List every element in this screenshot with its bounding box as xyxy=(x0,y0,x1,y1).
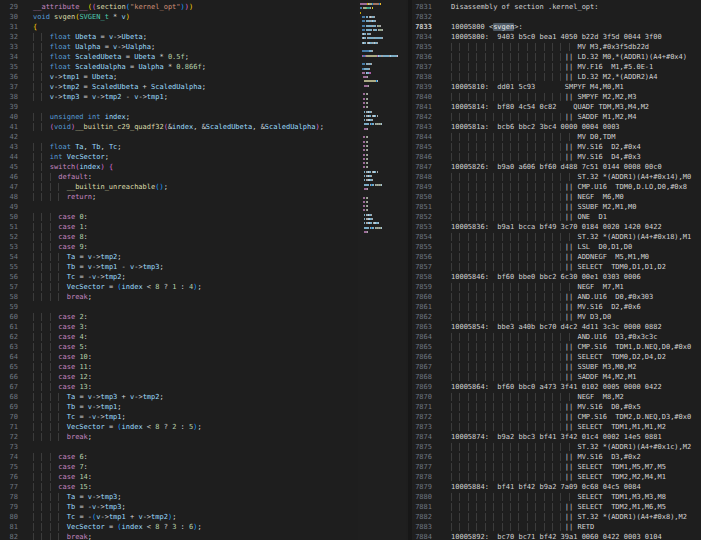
code-line[interactable]: 45 switch(index) { xyxy=(0,162,358,172)
code-line[interactable]: 46 default: xyxy=(0,172,358,182)
code-line[interactable]: 7882 || ST.32 *(ADDR1)(A4+#0x8),M2 xyxy=(412,512,701,522)
code-line[interactable]: 7854 ST.32 *(ADDR1)(A4+#0x18),M1 xyxy=(412,232,701,242)
code-line[interactable]: 65 case 11: xyxy=(0,362,358,372)
code-line[interactable]: 67 case 13: xyxy=(0,382,358,392)
code-line[interactable]: 30void svgen(SVGEN_t * v) xyxy=(0,12,358,22)
code-line[interactable]: 7876 || MV.S16 D3,#0x2 xyxy=(412,452,701,462)
code-line[interactable]: 77 case 15: xyxy=(0,482,358,492)
code-line[interactable]: 64 case 10: xyxy=(0,352,358,362)
code-line[interactable]: 7844 MV D0,TDM xyxy=(412,132,701,142)
code-line[interactable]: 7883 || RETD xyxy=(412,522,701,532)
code-line[interactable]: 7868 || SADDF M4,M2,M1 xyxy=(412,372,701,382)
code-line[interactable]: 7857 || SELECT TDM0,D1,D1,D2 xyxy=(412,262,701,272)
code-line[interactable]: 78431000581a: bcb6 bbc2 3bc4 0000 0004 0… xyxy=(412,122,701,132)
code-line[interactable]: 7840 || SMPYF M2,M2,M3 xyxy=(412,92,701,102)
code-line[interactable]: 786310005854: bbe3 a40b bc70 d4c2 4d11 3… xyxy=(412,322,701,332)
code-line[interactable]: 56 Tc = -v->tmp2; xyxy=(0,272,358,282)
code-line[interactable]: 69 Tb = v->tmp1; xyxy=(0,402,358,412)
source-code-view[interactable]: 29__attribute__((section("kernel_opt")))… xyxy=(0,0,358,540)
code-line[interactable]: 785310005836: b9a1 bcca bf49 3c70 0184 0… xyxy=(412,222,701,232)
code-line[interactable]: 50 case 0: xyxy=(0,212,358,222)
code-line[interactable]: 7873 || SELECT TDM1,M1,M1,M2 xyxy=(412,422,701,432)
code-line[interactable]: 49 xyxy=(0,202,358,212)
code-line[interactable]: 72 break; xyxy=(0,432,358,442)
code-line[interactable]: 39 xyxy=(0,102,358,112)
code-line[interactable]: 7851 || SSUBF M2,M1,M0 xyxy=(412,202,701,212)
disassembly-view[interactable]: 7831Disassembly of section .kernel_opt:7… xyxy=(412,0,701,540)
code-line[interactable]: 33 float Ualpha = v->Ualpha; xyxy=(0,42,358,52)
code-line[interactable]: 783410005800: 9403 b5c0 bea1 4050 b22d 3… xyxy=(412,32,701,42)
highlighted-word[interactable]: svgen xyxy=(493,23,514,31)
code-line[interactable]: 29__attribute__((section("kernel_opt"))) xyxy=(0,2,358,12)
code-line[interactable]: 7864 AND.U16 D3,#0x3c3c xyxy=(412,332,701,342)
code-line[interactable]: 81 VecSector = (index < 8 ? 3 : 6); xyxy=(0,522,358,532)
code-line[interactable]: 76 case 14: xyxy=(0,472,358,482)
code-line[interactable]: 7832 xyxy=(412,12,701,22)
code-line[interactable]: 55 Tb = v->tmp1 - v->tmp3; xyxy=(0,262,358,272)
code-line[interactable]: 7848 ST.32 *(ADDR1)(A4+#0x14),M0 xyxy=(412,172,701,182)
code-line[interactable]: 7837 || MV.F16 M1,#5.0E-1 xyxy=(412,62,701,72)
code-line[interactable]: 7871 || MV.S16 D0,#0x5 xyxy=(412,402,701,412)
code-line[interactable]: 36 v->tmp1 = Ubeta; xyxy=(0,72,358,82)
code-line[interactable]: 37 v->tmp2 = ScaledUbeta + ScaledUalpha; xyxy=(0,82,358,92)
code-line[interactable]: 7835 MV M3,#0x3f5db22d xyxy=(412,42,701,52)
code-line[interactable]: 7842 || SADDF M1,M2,M4 xyxy=(412,112,701,122)
code-line[interactable]: 7860 || AND.U16 D0,#0x303 xyxy=(412,292,701,302)
code-line[interactable]: 7855 || LSL D0,D1,D0 xyxy=(412,242,701,252)
code-line[interactable]: 783910005810: dd01 5c93 SMPYF M4,M0,M1 xyxy=(412,82,701,92)
code-line[interactable]: 7870 NEGF M8,M2 xyxy=(412,392,701,402)
code-line[interactable]: 51 case 1: xyxy=(0,222,358,232)
code-line[interactable]: 70 Tc = -v->tmp1; xyxy=(0,412,358,422)
code-line[interactable]: 42 xyxy=(0,132,358,142)
code-line[interactable]: 783310005800 <svgen>: xyxy=(412,22,701,32)
code-line[interactable]: 61 case 3: xyxy=(0,322,358,332)
code-line[interactable]: 784110005814: bf80 4c54 0c82 QUADF TDM,M… xyxy=(412,102,701,112)
code-line[interactable]: 40 unsigned int index; xyxy=(0,112,358,122)
code-line[interactable]: 80 Tc = -(v->tmp1 + v->tmp2); xyxy=(0,512,358,522)
code-line[interactable]: 7836 || LD.32 M0,*(ADDR1)(A4+#0x4) xyxy=(412,52,701,62)
code-line[interactable]: 784710005826: b9a0 a606 bf60 d488 7c51 0… xyxy=(412,162,701,172)
code-line[interactable]: 60 case 2: xyxy=(0,312,358,322)
code-line[interactable]: 787910005884: bf41 bf42 b9a2 7a09 0c68 0… xyxy=(412,482,701,492)
code-line[interactable]: 785810005846: bf60 bbe0 bbc2 6c30 00e1 0… xyxy=(412,272,701,282)
code-line[interactable]: 57 VecSector = (index < 8 ? 1 : 4); xyxy=(0,282,358,292)
code-line[interactable]: 7872 || CMP.S16 TDM2,D.NEQ,D3,#0x0 xyxy=(412,412,701,422)
code-line[interactable]: 7867 || SSUBF M3,M0,M2 xyxy=(412,362,701,372)
code-line[interactable]: 7881 || SELECT TDM2,M1,M6,M5 xyxy=(412,502,701,512)
code-line[interactable]: 7878 || SELECT TDM2,M2,M4,M1 xyxy=(412,472,701,482)
code-line[interactable]: 73 xyxy=(0,442,358,452)
code-line[interactable]: 53 case 9: xyxy=(0,242,358,252)
code-line[interactable]: 7859 NEGF M7,M1 xyxy=(412,282,701,292)
code-line[interactable]: 32 float Ubeta = v->Ubeta; xyxy=(0,32,358,42)
code-line[interactable]: 788410005892: bc70 bc71 bf42 39a1 0060 0… xyxy=(412,532,701,540)
code-line[interactable]: 66 case 12: xyxy=(0,372,358,382)
code-line[interactable]: 71 VecSector = (index < 8 ? 2 : 5); xyxy=(0,422,358,432)
code-line[interactable]: 7866 || SELECT TDM0,D2,D4,D2 xyxy=(412,352,701,362)
code-line[interactable]: 35 float ScaledUalpha = Ualpha * 0.866f; xyxy=(0,62,358,72)
code-line[interactable]: 787410005874: b9a2 bbc3 bf41 3f42 01c4 0… xyxy=(412,432,701,442)
right-editor-pane[interactable]: 7831Disassembly of section .kernel_opt:7… xyxy=(412,0,701,540)
code-line[interactable]: 7865 || CMP.S16 TDM1,D.NEQ,D0,#0x0 xyxy=(412,342,701,352)
code-line[interactable]: 63 case 5: xyxy=(0,342,358,352)
code-line[interactable]: 7838 || LD.32 M2,*(ADDR2)A4 xyxy=(412,72,701,82)
code-line[interactable]: 54 Ta = v->tmp2; xyxy=(0,252,358,262)
code-line[interactable]: 82 break; xyxy=(0,532,358,540)
code-line[interactable]: 7862 || MV D3,D0 xyxy=(412,312,701,322)
code-line[interactable]: 7831Disassembly of section .kernel_opt: xyxy=(412,2,701,12)
code-line[interactable]: 34 float ScaledUbeta = Ubeta * 0.5f; xyxy=(0,52,358,62)
code-line[interactable]: 47 __builtin_unreachable(); xyxy=(0,182,358,192)
code-line[interactable]: 7875 ST.32 *(ADDR1)(A4+#0x1c),M2 xyxy=(412,442,701,452)
code-line[interactable]: 7850 || NEGF M6,M0 xyxy=(412,192,701,202)
code-line[interactable]: 7880 SELECT TDM1,M3,M3,M8 xyxy=(412,492,701,502)
code-line[interactable]: 7849 || CMP.U16 TDM0,D.LO,D0,#0x8 xyxy=(412,182,701,192)
code-line[interactable]: 38 v->tmp3 = v->tmp2 - v->tmp1; xyxy=(0,92,358,102)
code-line[interactable]: 7845 || MV.S16 D2,#0x4 xyxy=(412,142,701,152)
code-line[interactable]: 44 int VecSector; xyxy=(0,152,358,162)
code-line[interactable]: 79 Tb = -v->tmp3; xyxy=(0,502,358,512)
code-line[interactable]: 786910005864: bf60 bbc0 a473 3f41 0102 0… xyxy=(412,382,701,392)
code-line[interactable]: 48 return; xyxy=(0,192,358,202)
code-line[interactable]: 43 float Ta, Tb, Tc; xyxy=(0,142,358,152)
code-line[interactable]: 58 break; xyxy=(0,292,358,302)
left-editor-pane[interactable]: 29__attribute__((section("kernel_opt")))… xyxy=(0,0,358,540)
minimap[interactable] xyxy=(358,0,406,540)
